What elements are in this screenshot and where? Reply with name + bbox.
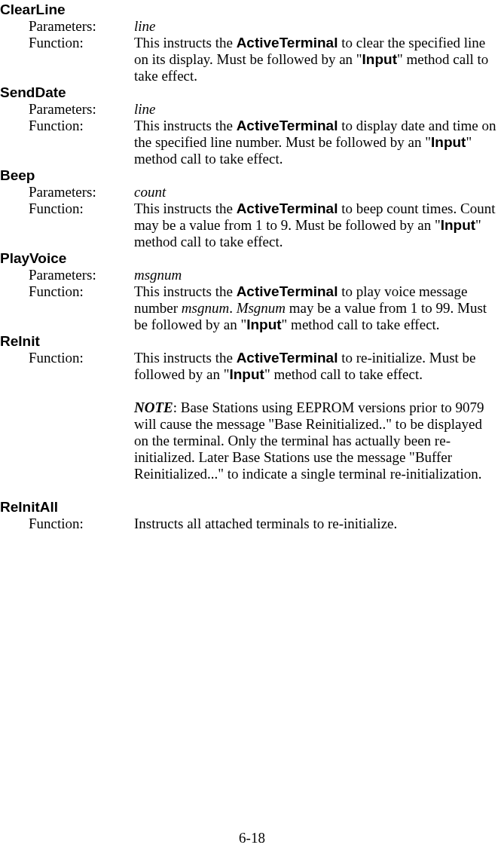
reinit-note-row: NOTE: Base Stations using EEPROM version…: [0, 399, 499, 482]
reinitall-function-row: Function: Instructs all attached termina…: [0, 516, 499, 532]
clearline-params-row: Parameters: line: [0, 18, 499, 35]
text: " method call to take effect.: [282, 317, 440, 332]
method-beep-title: Beep: [0, 167, 499, 184]
senddate-params-value: line: [134, 101, 499, 118]
active-terminal: ActiveTerminal: [237, 350, 338, 366]
text: " method call to take effect.: [264, 366, 423, 382]
method-clearline-title: ClearLine: [0, 2, 499, 18]
active-terminal: ActiveTerminal: [237, 283, 338, 299]
text: This instructs the: [134, 35, 237, 50]
method-reinitall-title: ReInitAll: [0, 499, 499, 516]
method-senddate-title: SendDate: [0, 84, 499, 101]
page-number: 6-18: [0, 830, 504, 846]
playvoice-params-row: Parameters: msgnum: [0, 267, 499, 283]
clearline-function-value: This instructs the ActiveTerminal to cle…: [134, 35, 499, 84]
beep-function-row: Function: This instructs the ActiveTermi…: [0, 200, 499, 250]
function-label: Function:: [0, 200, 134, 250]
note-text: : Base Stations using EEPROM versions pr…: [134, 399, 484, 482]
params-label: Parameters:: [0, 101, 134, 118]
spacer: [0, 383, 499, 399]
clearline-function-row: Function: This instructs the ActiveTermi…: [0, 35, 499, 84]
beep-params-value: count: [134, 184, 499, 200]
function-label: Function:: [0, 118, 134, 167]
text: This instructs the: [134, 283, 237, 299]
senddate-params-row: Parameters: line: [0, 101, 499, 118]
function-label: Function:: [0, 283, 134, 333]
reinit-function-row: Function: This instructs the ActiveTermi…: [0, 350, 499, 383]
method-playvoice-title: PlayVoice: [0, 250, 499, 267]
msgnum-italic: Msgnum: [237, 300, 286, 316]
input-bold: Input: [431, 134, 466, 150]
senddate-function-row: Function: This instructs the ActiveTermi…: [0, 118, 499, 167]
input-bold: Input: [229, 366, 264, 382]
function-label: Function:: [0, 516, 134, 532]
text: This instructs the: [134, 118, 237, 133]
senddate-function-value: This instructs the ActiveTerminal to dis…: [134, 118, 499, 167]
active-terminal: ActiveTerminal: [237, 35, 338, 50]
playvoice-function-row: Function: This instructs the ActiveTermi…: [0, 283, 499, 333]
params-label: Parameters:: [0, 184, 134, 200]
params-label: Parameters:: [0, 18, 134, 35]
beep-params-row: Parameters: count: [0, 184, 499, 200]
input-bold: Input: [246, 317, 281, 332]
text: .: [229, 300, 237, 316]
text: This instructs the: [134, 200, 237, 216]
playvoice-params-value: msgnum: [134, 267, 499, 283]
spacer: [0, 482, 499, 499]
input-bold: Input: [362, 51, 397, 67]
function-label: Function:: [0, 350, 134, 383]
empty-label: [0, 399, 134, 482]
params-label: Parameters:: [0, 267, 134, 283]
msgnum-italic: msgnum: [182, 300, 229, 316]
playvoice-function-value: This instructs the ActiveTerminal to pla…: [134, 283, 499, 333]
text: This instructs the: [134, 350, 237, 366]
function-label: Function:: [0, 35, 134, 84]
reinit-function-value: This instructs the ActiveTerminal to re-…: [134, 350, 499, 383]
note-label: NOTE: [134, 399, 173, 415]
active-terminal: ActiveTerminal: [237, 200, 338, 216]
beep-function-value: This instructs the ActiveTerminal to bee…: [134, 200, 499, 250]
input-bold: Input: [441, 217, 475, 233]
reinit-note-value: NOTE: Base Stations using EEPROM version…: [134, 399, 499, 482]
reinitall-function-value: Instructs all attached terminals to re-i…: [134, 516, 499, 532]
method-reinit-title: ReInit: [0, 333, 499, 350]
clearline-params-value: line: [134, 18, 499, 35]
active-terminal: ActiveTerminal: [237, 118, 338, 133]
